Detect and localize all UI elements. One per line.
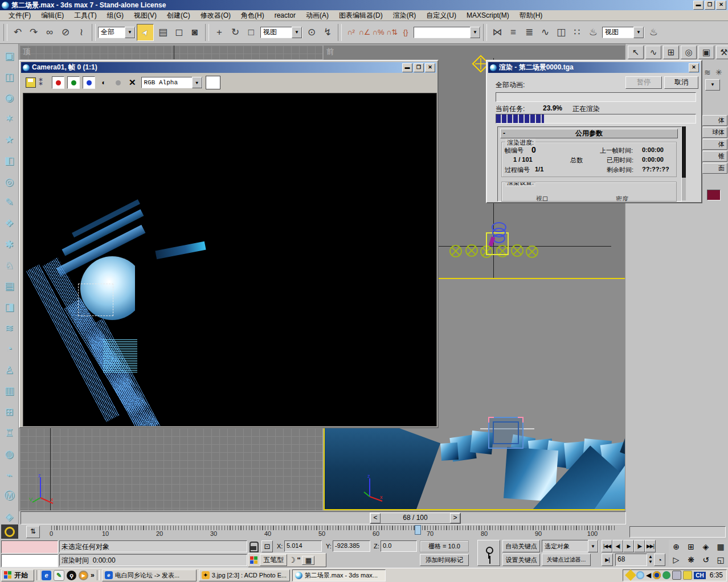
capsule-tool-icon[interactable]: ✎	[2, 195, 17, 210]
mirror-icon[interactable]: ⋈	[489, 24, 505, 40]
tray-messenger-icon[interactable]	[683, 571, 692, 580]
time-config-icon[interactable]: ◔	[654, 554, 665, 566]
add-time-tag-button[interactable]: 添加时间标记	[420, 554, 469, 566]
go-to-end-button[interactable]: ▶▶|	[645, 540, 656, 552]
ime-windows-icon[interactable]	[250, 556, 258, 564]
modifier-shirt-icon[interactable]: Ⓜ	[2, 488, 17, 503]
ime-fullhalf-icon[interactable]: ☽	[289, 556, 296, 564]
zoom-icon[interactable]: ⊕	[669, 540, 684, 553]
select-by-name-icon[interactable]: ▤	[155, 24, 171, 40]
curve-editor-icon[interactable]: ∿	[537, 24, 553, 40]
qq-quicklaunch-icon[interactable]: ϙ	[67, 571, 76, 580]
snap-toggle-icon[interactable]: ∩²	[344, 24, 358, 40]
shapes-tab-icon[interactable]: ◫	[2, 69, 17, 84]
play-button[interactable]: ▶	[623, 540, 634, 552]
render-scene-icon[interactable]: ♨	[585, 24, 601, 40]
channel-dropdown[interactable]: RGB Alpha ▼	[141, 77, 203, 88]
window-crossing-icon[interactable]: ◙	[187, 24, 203, 40]
rectangular-selection-region-icon[interactable]: ◻	[171, 24, 187, 40]
selection-lock-icon[interactable]	[250, 542, 259, 552]
close-icon[interactable]: ✕	[689, 63, 699, 72]
editor-quicklaunch-icon[interactable]: ✎	[54, 570, 64, 581]
geometry-tab-icon[interactable]: ▣	[2, 48, 17, 63]
viewport-top-label[interactable]: 顶	[23, 47, 30, 57]
close-button[interactable]: ✕	[716, 1, 726, 10]
absolute-mode-icon[interactable]: ⊡	[261, 540, 273, 552]
chevron-down-icon[interactable]: ▼	[470, 27, 480, 38]
redo-icon[interactable]: ↷	[26, 24, 42, 40]
display-tab-icon[interactable]: ▣	[698, 46, 714, 59]
fan-tool-icon[interactable]: ❖	[2, 216, 17, 231]
menu-item[interactable]: 角色(H)	[236, 10, 269, 22]
arc-rotate-icon[interactable]: ↺	[698, 553, 713, 566]
trackbar-ruler[interactable]: 0102030405060708090100	[21, 524, 625, 539]
maximize-button[interactable]: ❐	[705, 1, 715, 10]
modify-tab-icon[interactable]: ∿	[645, 46, 661, 59]
collapse-icon[interactable]: -	[503, 129, 505, 137]
select-and-rotate-icon[interactable]: ↻	[227, 24, 243, 40]
monochrome-button[interactable]	[112, 77, 124, 88]
zoom-extents-all-icon[interactable]: ▦	[713, 540, 728, 553]
quicklaunch-overflow-icon[interactable]: »	[91, 571, 95, 579]
ime-method-button[interactable]: 五笔型	[260, 554, 287, 566]
selection-filter-dropdown[interactable]: 全部 ▼	[98, 27, 136, 38]
hinge-tool-icon[interactable]: ▥	[2, 384, 17, 399]
boxes-tool-icon[interactable]: ⊞	[2, 404, 17, 419]
menu-item[interactable]: MAXScript(M)	[461, 10, 514, 21]
select-and-scale-icon[interactable]: □	[243, 24, 259, 40]
waves-icon[interactable]: ≋	[704, 68, 711, 77]
taskbar-task-3dsmax[interactable]: 第二场景.max - 3ds max...	[292, 569, 386, 581]
zoom-all-icon[interactable]: ⊞	[684, 540, 698, 553]
open-minitrack-icon[interactable]: ⇅	[26, 526, 40, 538]
ie-quicklaunch-icon[interactable]: e	[42, 571, 51, 580]
use-pivot-center-icon[interactable]: ⊙	[304, 24, 320, 40]
chevron-down-icon[interactable]: ▼	[633, 27, 644, 38]
key-selection-dropdown[interactable]: 选定对象 ▼	[542, 540, 599, 552]
menu-item[interactable]: reactor	[269, 10, 301, 21]
layer-manager-icon[interactable]: ≣	[521, 24, 537, 40]
red-channel-button[interactable]	[52, 76, 64, 89]
star-tool-icon[interactable]: ★	[2, 132, 17, 147]
rollout-scrollbar[interactable]	[682, 126, 686, 200]
mediaplayer-quicklaunch-icon[interactable]: ▸	[79, 571, 88, 580]
ime-softkeyboard-icon[interactable]: ▦	[302, 556, 314, 565]
frame-spinner[interactable]: ▲▼	[648, 554, 653, 564]
go-to-start-button[interactable]: |◀◀	[602, 540, 612, 552]
bind-to-spacewarp-icon[interactable]: ≀	[73, 24, 89, 40]
tray-antivirus-icon[interactable]	[662, 571, 670, 579]
cancel-button[interactable]: 取消	[664, 76, 698, 89]
weathervane-tool-icon[interactable]: ♘	[2, 258, 17, 273]
material-editor-icon[interactable]: ∷	[569, 24, 585, 40]
render-type-dropdown[interactable]: 视图 ▼	[602, 27, 644, 38]
zoom-extents-icon[interactable]: ◈	[698, 540, 713, 553]
angle-snap-icon[interactable]: ∩∠	[358, 24, 371, 40]
viewport-left[interactable]: z V x	[20, 428, 322, 510]
clear-icon[interactable]: ✕	[126, 77, 138, 88]
knot-tool-icon[interactable]: ◔	[2, 342, 17, 356]
close-button[interactable]: ✕	[425, 63, 435, 72]
primitive-button[interactable]: 体	[702, 115, 727, 126]
z-coordinate-field[interactable]: 0.0	[381, 540, 417, 552]
green-channel-button[interactable]	[67, 76, 80, 89]
select-and-manipulate-icon[interactable]: ↯	[320, 24, 336, 40]
chevron-down-icon[interactable]: ▼	[192, 77, 202, 88]
viewport-front-label[interactable]: 前	[326, 47, 334, 57]
unlink-selection-icon[interactable]: ⊘	[58, 24, 73, 40]
chevron-down-icon[interactable]: ▼	[125, 27, 135, 38]
current-frame-marker[interactable]	[415, 525, 421, 535]
render-last-icon[interactable]	[1, 524, 18, 539]
menu-item[interactable]: 创建(C)	[162, 10, 195, 22]
current-frame-field[interactable]: 68	[615, 554, 647, 566]
menu-item[interactable]: 动画(A)	[301, 10, 334, 22]
biped-tool-icon[interactable]: ♙	[2, 363, 17, 378]
set-key-big-button[interactable]	[477, 540, 500, 566]
viewport-top[interactable]: 顶	[20, 46, 322, 59]
previous-frame-button[interactable]: ◀|	[612, 540, 623, 552]
common-parameters-rollout[interactable]: - 公用参数	[500, 129, 678, 138]
gear-icon[interactable]: ✳	[715, 68, 722, 77]
field-of-view-icon[interactable]: ▷	[669, 553, 684, 566]
wheel-tool-icon[interactable]: ◍	[2, 446, 17, 461]
render-preview-icon[interactable]: ◈	[2, 509, 17, 524]
blue-channel-button[interactable]	[83, 76, 95, 89]
primitive-button[interactable]: 球体	[702, 127, 727, 138]
